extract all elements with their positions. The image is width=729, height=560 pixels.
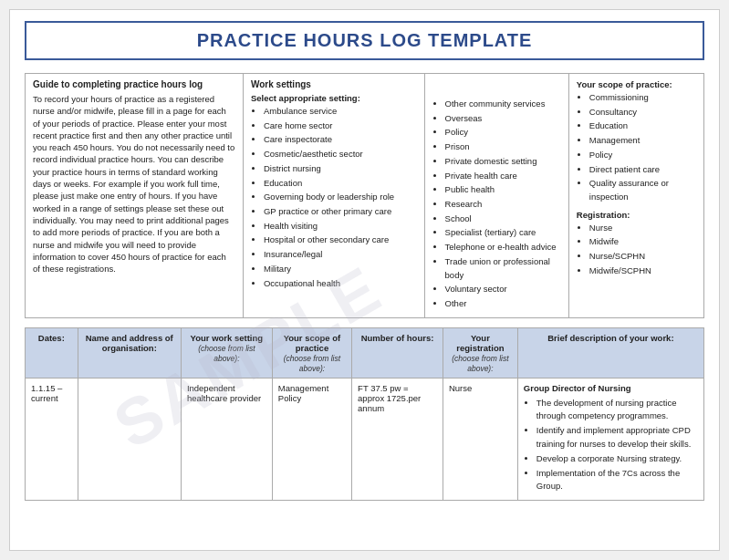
list-item: Telephone or e-health advice <box>445 241 561 254</box>
list-item: Voluntary sector <box>445 283 561 296</box>
col-header-hours: Number of hours: <box>352 327 443 378</box>
list-item: Other community services <box>445 98 561 111</box>
list-item: Occupational health <box>264 277 417 291</box>
list-item: Research <box>445 198 561 212</box>
practice-table: Dates: Name and address of organisation:… <box>25 327 704 501</box>
list-item: Specialist (tertiary) care <box>445 226 561 240</box>
col-header-setting: Your work setting (choose from list abov… <box>181 327 272 378</box>
list-item: Trade union or professional body <box>445 255 561 282</box>
list-item: Public health <box>445 183 561 197</box>
list-item: Ambulance service <box>264 105 417 119</box>
description-heading: Group Director of Nursing <box>524 383 698 393</box>
scope-col: Your scope of practice: Commissioning Co… <box>569 74 703 317</box>
col-header-org: Name and address of organisation: <box>78 327 181 378</box>
list-item: Prison <box>445 140 561 154</box>
list-item: Governing body or leadership role <box>264 191 417 204</box>
list-item: Hospital or other secondary care <box>264 233 417 247</box>
list-item: Education <box>264 177 417 191</box>
info-section: Guide to completing practice hours log T… <box>25 73 704 318</box>
guide-text: To record your hours of practice as a re… <box>33 93 235 275</box>
list-item: Midwife <box>589 235 696 249</box>
scope-list: Commissioning Consultancy Education Mana… <box>577 91 696 204</box>
guide-heading: Guide to completing practice hours log <box>33 79 235 89</box>
cell-setting: Independent healthcare provider <box>181 378 272 500</box>
list-item: The development of nursing practice thro… <box>536 397 698 423</box>
list-item: Identify and implement appropriate CPD t… <box>536 424 698 451</box>
reg-heading: Registration: <box>577 210 696 220</box>
col-header-dates: Dates: <box>26 327 78 378</box>
cell-description: Group Director of Nursing The developmen… <box>517 378 703 500</box>
cell-registration: Nurse <box>443 378 517 500</box>
description-list: The development of nursing practice thro… <box>524 397 698 493</box>
settings-list: Ambulance service Care home sector Care … <box>251 105 417 290</box>
list-item: Private domestic setting <box>445 155 561 169</box>
list-item: Care inspectorate <box>264 133 417 147</box>
list-item: Nurse/SCPHN <box>589 250 696 264</box>
cell-org <box>78 378 181 500</box>
list-item: GP practice or other primary care <box>264 205 417 219</box>
list-item: Other <box>445 297 561 311</box>
settings-col-2: Other community services Overseas Policy… <box>425 74 569 317</box>
list-item: Education <box>589 119 696 133</box>
scope-heading: Your scope of practice: <box>577 79 696 89</box>
list-item: Midwife/SCPHN <box>589 264 696 278</box>
list-item: Commissioning <box>589 91 696 105</box>
cell-hours: FT 37.5 pw = approx 1725.per annum <box>352 378 443 500</box>
list-item: Overseas <box>445 112 561 126</box>
list-item: Insurance/legal <box>264 248 417 262</box>
col-header-registration: Your registration (choose from list abov… <box>443 327 517 378</box>
list-item: Consultancy <box>589 106 696 119</box>
list-item: Nurse <box>589 222 696 235</box>
list-item: Direct patient care <box>589 163 696 177</box>
list-item: School <box>445 213 561 226</box>
list-item: Management <box>589 134 696 148</box>
page-title: PRACTICE HOURS LOG TEMPLATE <box>197 30 533 50</box>
title-box: PRACTICE HOURS LOG TEMPLATE <box>25 21 704 60</box>
cell-dates: 1.1.15 – current <box>26 378 78 500</box>
guide-col: Guide to completing practice hours log T… <box>26 74 244 317</box>
settings-heading: Work settings <box>251 79 417 89</box>
list-item: District nursing <box>264 162 417 176</box>
list-item: Implementation of the 7Cs across the Gro… <box>536 467 698 493</box>
list-item: Quality assurance or inspection <box>589 177 696 203</box>
reg-list: Nurse Midwife Nurse/SCPHN Midwife/SCPHN <box>577 222 696 278</box>
list-item: Cosmetic/aesthetic sector <box>264 148 417 161</box>
list-item: Care home sector <box>264 119 417 133</box>
settings-subheading: Select appropriate setting: <box>251 93 417 103</box>
list-item: Military <box>264 263 417 276</box>
list-item: Policy <box>445 126 561 140</box>
col-header-description: Brief description of your work: <box>517 327 703 378</box>
list-item: Private health care <box>445 170 561 183</box>
settings-col: Work settings Select appropriate setting… <box>244 74 425 317</box>
list-item: Develop a corporate Nursing strategy. <box>536 452 698 465</box>
list-item: Policy <box>589 149 696 162</box>
col-header-scope: Your scope of practice (choose from list… <box>272 327 351 378</box>
list-item: Health visiting <box>264 220 417 233</box>
cell-scope: Management Policy <box>272 378 351 500</box>
settings-list-2: Other community services Overseas Policy… <box>432 98 561 311</box>
table-header-row: Dates: Name and address of organisation:… <box>26 327 704 378</box>
table-row: 1.1.15 – current Independent healthcare … <box>26 378 704 500</box>
